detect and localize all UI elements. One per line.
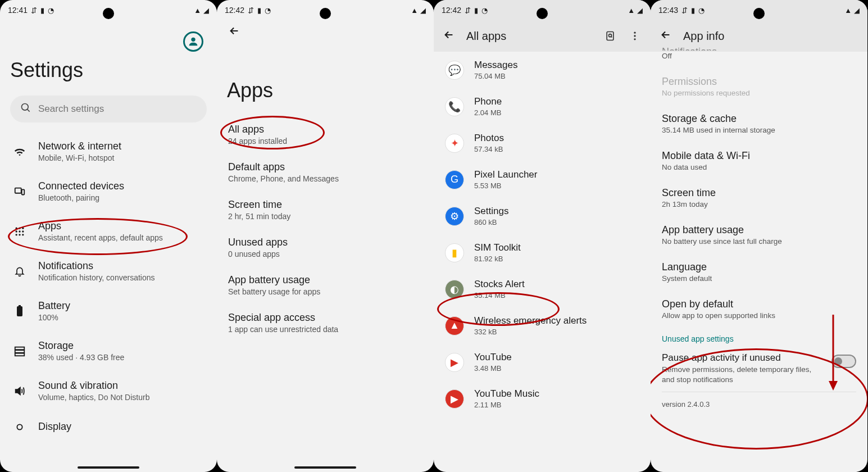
sub: 0 unused apps [228, 249, 422, 258]
title: Screen time [228, 199, 422, 211]
title: Network & internet [38, 140, 121, 152]
app-row-youtube[interactable]: ▶ YouTube3.48 MB [434, 344, 651, 380]
wifi-icon: ▲ [628, 7, 635, 14]
app-row-pixel-launcher[interactable]: G Pixel Launcher5.53 MB [434, 161, 651, 198]
svg-point-10 [22, 230, 24, 232]
app-row-messages[interactable]: 💬 Messages75.04 MB [434, 52, 651, 88]
back-button[interactable] [660, 29, 672, 43]
title: App battery usage [662, 224, 856, 236]
sub: System default [662, 274, 856, 283]
info-row-screen-time[interactable]: Screen time2h 13m today [651, 179, 867, 216]
app-row-wireless-emergency-alerts[interactable]: ▲ Wireless emergency alerts332 kB [434, 307, 651, 344]
search-input[interactable] [38, 103, 197, 115]
apps-row-app-battery-usage[interactable]: App battery usageSet battery usage for a… [227, 266, 424, 304]
signal-icon: ◢ [420, 7, 426, 14]
toggle-switch[interactable] [831, 355, 856, 368]
back-button[interactable] [443, 29, 455, 43]
title: Notifications [38, 260, 155, 272]
sd-icon: ▮ [691, 7, 695, 14]
display-icon [12, 420, 27, 434]
sub: Notification history, conversations [38, 273, 155, 282]
app-size: 81.92 kB [474, 255, 521, 263]
signal-icon: ◢ [637, 7, 643, 14]
back-button[interactable] [227, 20, 242, 45]
wifi-icon: ▲ [844, 7, 852, 14]
app-name: Wireless emergency alerts [474, 315, 587, 326]
app-row-stocks-alert[interactable]: ◐ Stocks Alert35.14 MB [434, 271, 651, 307]
search-apps-icon[interactable] [603, 29, 617, 43]
apps-row-special-app-access[interactable]: Special app access1 app can use unrestri… [227, 304, 424, 342]
title: Sound & vibration [38, 380, 149, 392]
title: Open by default [662, 298, 856, 310]
info-row-mobile-data-wi-fi[interactable]: Mobile data & Wi-FiNo data used [651, 142, 867, 179]
setting-row-battery[interactable]: Battery 100% [10, 291, 207, 331]
app-name: Phone [474, 96, 502, 107]
bell-icon [12, 264, 27, 279]
setting-row-display[interactable]: Display [10, 411, 207, 443]
sub: Mobile, Wi-Fi, hotspot [38, 153, 121, 162]
clock: 12:43 [658, 6, 678, 15]
svg-rect-4 [22, 189, 25, 194]
setting-row-apps[interactable]: Apps Assistant, recent apps, default app… [10, 211, 207, 251]
app-name: Pixel Launcher [474, 169, 537, 180]
sub: 100% [38, 313, 70, 322]
row-pause-activity[interactable]: Pause app activity if unused Remove perm… [651, 346, 867, 392]
title: Battery [38, 300, 70, 312]
app-size: 3.48 MB [474, 364, 512, 373]
info-row-app-battery-usage[interactable]: App battery usageNo battery use since la… [651, 216, 867, 253]
svg-point-24 [634, 35, 635, 37]
profile-button[interactable] [183, 31, 203, 52]
app-icon: 📞 [445, 97, 464, 116]
setting-row-storage[interactable]: Storage 38% used · 4.93 GB free [10, 331, 207, 371]
app-name: Messages [474, 60, 517, 71]
app-row-phone[interactable]: 📞 Phone2.04 MB [434, 88, 651, 125]
info-row-language[interactable]: LanguageSystem default [651, 253, 867, 291]
svg-point-9 [19, 230, 20, 232]
app-row-photos[interactable]: ✦ Photos57.34 kB [434, 125, 651, 161]
app-icon: ▮ [445, 243, 464, 262]
page-title: Apps [227, 79, 424, 102]
setting-row-network-internet[interactable]: Network & internet Mobile, Wi-Fi, hotspo… [10, 131, 207, 171]
grid-icon [12, 224, 27, 239]
row-notifications-cut[interactable]: Notifications Off [651, 46, 867, 68]
app-icon: ▶ [445, 389, 464, 409]
camera-hole [537, 8, 548, 19]
panel-apps: 12:42 ⇵ ▮ ◔ ▲ ◢ Apps All apps24 apps ins… [217, 0, 434, 472]
apps-row-screen-time[interactable]: Screen time2 hr, 51 min today [227, 191, 424, 229]
timer-icon: ◔ [265, 7, 271, 14]
setting-row-notifications[interactable]: Notifications Notification history, conv… [10, 251, 207, 291]
svg-line-22 [611, 37, 612, 38]
app-name: Photos [474, 133, 504, 144]
info-row-open-by-default[interactable]: Open by defaultAllow app to open support… [651, 291, 867, 328]
app-row-settings[interactable]: ⚙ Settings860 kB [434, 198, 651, 234]
app-size: 2.04 MB [474, 108, 502, 117]
svg-point-1 [22, 104, 29, 111]
overflow-menu-icon[interactable] [628, 29, 642, 43]
svg-point-11 [16, 234, 17, 235]
wifi-icon [12, 144, 27, 159]
setting-row-connected-devices[interactable]: Connected devices Bluetooth, pairing [10, 171, 207, 211]
camera-hole [753, 8, 765, 19]
apps-row-unused-apps[interactable]: Unused apps0 unused apps [227, 229, 424, 266]
app-row-youtube-music[interactable]: ▶ YouTube Music2.11 MB [434, 380, 651, 417]
title: Screen time [662, 187, 856, 199]
app-row-sim-toolkit[interactable]: ▮ SIM Toolkit81.92 kB [434, 234, 651, 271]
apps-row-all-apps[interactable]: All apps24 apps installed [227, 116, 424, 153]
setting-row-sound-vibration[interactable]: Sound & vibration Volume, haptics, Do No… [10, 371, 207, 411]
search-settings[interactable] [10, 96, 207, 122]
app-icon: 💬 [445, 61, 464, 80]
vibrate-icon: ⇵ [248, 7, 254, 14]
timer-icon: ◔ [481, 7, 488, 14]
app-name: Stocks Alert [474, 279, 525, 290]
info-row-storage-cache[interactable]: Storage & cache35.14 MB used in internal… [651, 105, 867, 142]
apps-row-default-apps[interactable]: Default appsChrome, Phone, and Messages [227, 153, 424, 191]
clock: 12:41 [8, 6, 28, 15]
svg-point-5 [16, 227, 17, 229]
app-icon: ▶ [445, 353, 464, 372]
sub: No data used [662, 163, 856, 171]
app-name: SIM Toolkit [474, 242, 521, 253]
app-bar: All apps [434, 20, 651, 52]
title: Apps [38, 220, 163, 232]
sub: Volume, haptics, Do Not Disturb [38, 393, 149, 402]
svg-point-8 [16, 230, 17, 232]
